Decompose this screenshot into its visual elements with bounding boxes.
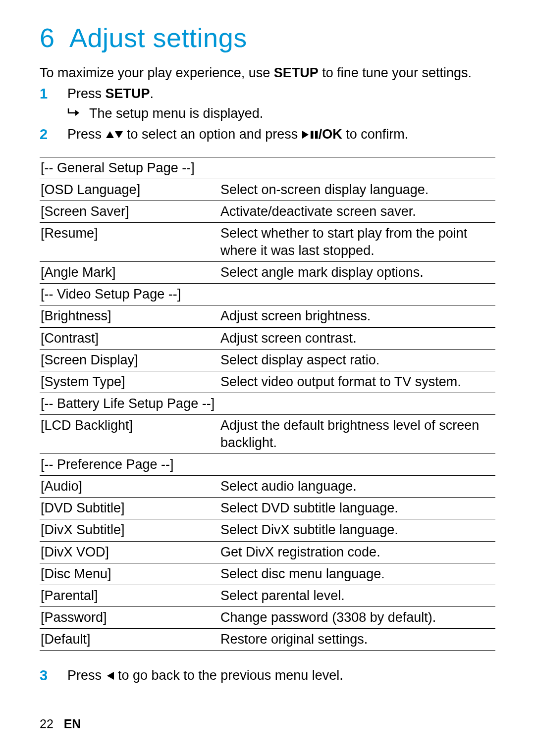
table-row: [DVD Subtitle]Select DVD subtitle langua…: [40, 498, 495, 519]
step-body: Press SETUP. The setup menu is displayed…: [67, 85, 495, 123]
page-language: EN: [64, 717, 81, 731]
table-row: [System Type]Select video output format …: [40, 371, 495, 393]
settings-table: [-- General Setup Page --][OSD Language]…: [40, 157, 495, 651]
setting-description: [219, 393, 495, 414]
step-3: 3 Press to go back to the previous menu …: [40, 666, 495, 686]
left-icon: [106, 667, 114, 686]
section-title: Adjust settings: [69, 23, 247, 52]
section-heading: 6Adjust settings: [40, 22, 495, 53]
table-row: [Screen Display]Select display aspect ra…: [40, 349, 495, 371]
table-row: [-- Preference Page --]: [40, 454, 495, 476]
up-down-icon: [106, 126, 123, 145]
page-footer: 22 EN: [40, 717, 81, 731]
manual-page: 6Adjust settings To maximize your play e…: [0, 0, 535, 756]
setting-description: [219, 157, 495, 179]
setting-name: [Resume]: [40, 223, 219, 262]
setting-name: [Audio]: [40, 476, 219, 498]
step-1: 1 Press SETUP. The setup menu is display…: [40, 85, 495, 123]
table-row: [-- Battery Life Setup Page --]: [40, 393, 495, 414]
setting-description: Select display aspect ratio.: [219, 349, 495, 371]
intro-part: to fine tune your settings.: [319, 65, 472, 80]
setting-description: Select DivX subtitle language.: [219, 519, 495, 541]
setting-description: Change password (3308 by default).: [219, 606, 495, 628]
step-body: Press to select an option and press /OK …: [67, 125, 495, 145]
step-2: 2 Press to select an option and press /O…: [40, 125, 495, 145]
table-row: [OSD Language]Select on-screen display l…: [40, 179, 495, 201]
text: to select an option and press: [127, 127, 302, 142]
setting-description: Adjust the default brightness level of s…: [219, 414, 495, 454]
table-row: [Screen Saver]Activate/deactivate screen…: [40, 201, 495, 223]
text: Press: [67, 668, 106, 683]
setting-description: Select audio language.: [219, 476, 495, 498]
section-number: 6: [40, 22, 69, 53]
setting-description: Select on-screen display language.: [219, 179, 495, 201]
setting-name: [LCD Backlight]: [40, 414, 219, 454]
setting-name: [Brightness]: [40, 305, 219, 327]
step-number: 1: [40, 85, 67, 103]
setting-name: [Disc Menu]: [40, 563, 219, 585]
setting-name: [System Type]: [40, 371, 219, 393]
setting-description: Adjust screen contrast.: [219, 327, 495, 349]
setup-key: SETUP: [106, 86, 150, 101]
table-row: [-- General Setup Page --]: [40, 157, 495, 179]
setting-name: [Parental]: [40, 585, 219, 606]
text: Press: [67, 127, 106, 142]
text: Press: [67, 86, 106, 101]
setting-description: Get DivX registration code.: [219, 541, 495, 563]
intro-part: To maximize your play experience, use: [40, 65, 274, 80]
svg-rect-0: [311, 131, 314, 139]
table-row: [DivX VOD]Get DivX registration code.: [40, 541, 495, 563]
setting-description: [219, 454, 495, 476]
setting-name: [DivX Subtitle]: [40, 519, 219, 541]
setting-name: [DivX VOD]: [40, 541, 219, 563]
setting-name: [Password]: [40, 606, 219, 628]
intro-text: To maximize your play experience, use SE…: [40, 64, 495, 82]
page-number: 22: [40, 717, 54, 731]
ok-key: /OK: [319, 127, 342, 142]
setting-description: Restore original settings.: [219, 628, 495, 650]
setting-name: [DVD Subtitle]: [40, 498, 219, 519]
table-row: [Default]Restore original settings.: [40, 628, 495, 650]
setting-name: [-- Preference Page --]: [40, 454, 219, 476]
step-result: The setup menu is displayed.: [67, 104, 495, 123]
text: to go back to the previous menu level.: [118, 668, 343, 683]
result-arrow-icon: [67, 104, 89, 118]
setting-name: [-- Battery Life Setup Page --]: [40, 393, 219, 414]
svg-rect-1: [315, 131, 318, 139]
table-row: [Angle Mark]Select angle mark display op…: [40, 262, 495, 284]
text: .: [150, 86, 154, 101]
table-row: [Audio]Select audio language.: [40, 476, 495, 498]
result-text: The setup menu is displayed.: [89, 104, 263, 123]
setting-description: Select angle mark display options.: [219, 262, 495, 284]
setting-name: [OSD Language]: [40, 179, 219, 201]
setting-name: [-- General Setup Page --]: [40, 157, 219, 179]
setting-name: [Default]: [40, 628, 219, 650]
setting-description: Select parental level.: [219, 585, 495, 606]
play-pause-icon: [302, 126, 319, 145]
setting-name: [-- Video Setup Page --]: [40, 284, 219, 305]
step-body: Press to go back to the previous menu le…: [67, 666, 495, 686]
step-number: 2: [40, 125, 67, 144]
setting-description: Select whether to start play from the po…: [219, 223, 495, 262]
setting-name: [Contrast]: [40, 327, 219, 349]
table-row: [DivX Subtitle]Select DivX subtitle lang…: [40, 519, 495, 541]
steps-list: 1 Press SETUP. The setup menu is display…: [40, 85, 495, 145]
table-row: [Resume]Select whether to start play fro…: [40, 223, 495, 262]
text: to confirm.: [342, 127, 409, 142]
setting-description: Select video output format to TV system.: [219, 371, 495, 393]
table-row: [Parental]Select parental level.: [40, 585, 495, 606]
setting-description: Activate/deactivate screen saver.: [219, 201, 495, 223]
setting-description: Adjust screen brightness.: [219, 305, 495, 327]
steps-list-after: 3 Press to go back to the previous menu …: [40, 666, 495, 686]
setting-description: Select DVD subtitle language.: [219, 498, 495, 519]
table-row: [Contrast]Adjust screen contrast.: [40, 327, 495, 349]
table-row: [LCD Backlight]Adjust the default bright…: [40, 414, 495, 454]
setting-name: [Angle Mark]: [40, 262, 219, 284]
table-row: [-- Video Setup Page --]: [40, 284, 495, 305]
setting-description: [219, 284, 495, 305]
setting-description: Select disc menu language.: [219, 563, 495, 585]
table-row: [Password]Change password (3308 by defau…: [40, 606, 495, 628]
settings-tbody: [-- General Setup Page --][OSD Language]…: [40, 157, 495, 650]
table-row: [Brightness]Adjust screen brightness.: [40, 305, 495, 327]
table-row: [Disc Menu]Select disc menu language.: [40, 563, 495, 585]
